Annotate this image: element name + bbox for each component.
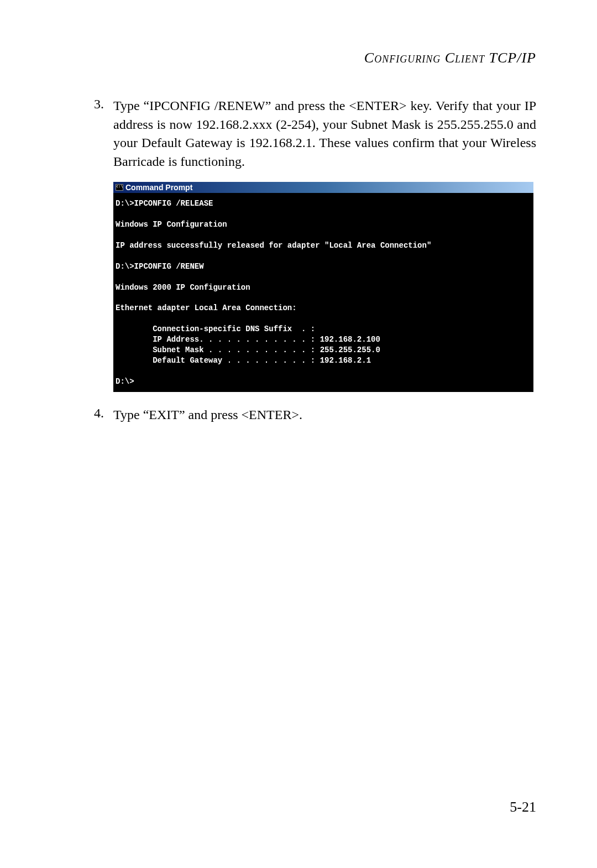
header-title: Configuring Client TCP/IP	[364, 50, 536, 66]
page-content: 3. Type “IPCONFIG /RENEW” and press the …	[0, 66, 597, 425]
step-text: Type “IPCONFIG /RENEW” and press the <EN…	[113, 97, 536, 171]
command-prompt-icon	[116, 184, 123, 191]
page-header: Configuring Client TCP/IP	[0, 0, 597, 66]
command-prompt-window: Command Prompt D:\>IPCONFIG /RELEASE Win…	[113, 182, 533, 392]
command-prompt-body: D:\>IPCONFIG /RELEASE Windows IP Configu…	[113, 193, 533, 392]
step-3: 3. Type “IPCONFIG /RENEW” and press the …	[94, 97, 536, 171]
page-footer: 5-21	[510, 799, 536, 815]
step-4: 4. Type “EXIT” and press <ENTER>.	[94, 406, 536, 425]
page-number: 5-21	[510, 799, 536, 815]
step-text: Type “EXIT” and press <ENTER>.	[113, 406, 302, 425]
step-number: 4.	[94, 406, 113, 425]
step-number: 3.	[94, 97, 113, 171]
command-prompt-titlebar: Command Prompt	[113, 182, 533, 193]
command-prompt-title: Command Prompt	[125, 183, 192, 192]
